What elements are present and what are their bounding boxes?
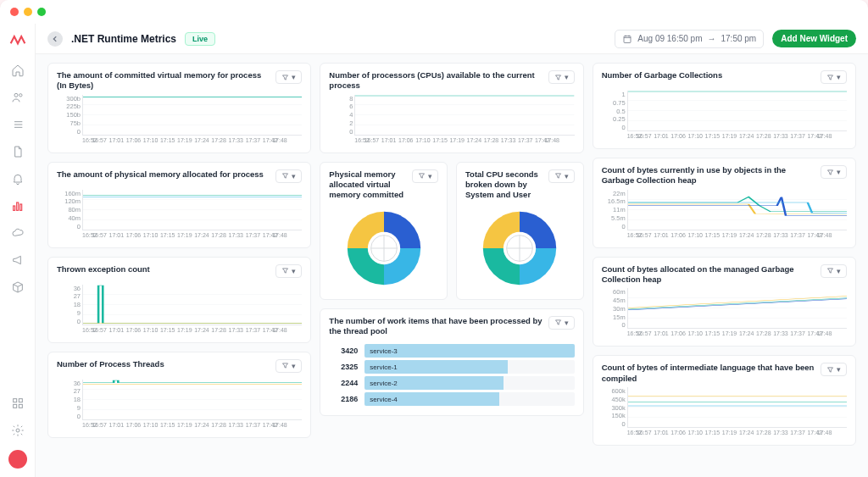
filter-button[interactable]: ▾ [275, 359, 302, 373]
gear-icon[interactable] [10, 423, 25, 438]
svg-rect-13 [624, 36, 631, 42]
cloud-icon[interactable] [10, 225, 25, 241]
chevron-down-icon: ▾ [837, 365, 841, 374]
card-title: Total CPU seconds broken down by System … [465, 169, 543, 201]
bar-value: 3420 [329, 347, 358, 355]
funnel-icon [826, 366, 834, 374]
card-donut-right: Total CPU seconds broken down by System … [456, 162, 584, 300]
filter-button[interactable]: ▾ [412, 169, 438, 183]
card-title: Number of Garbage Collections [602, 70, 815, 80]
filter-button[interactable]: ▾ [821, 165, 847, 179]
bar-value: 2186 [329, 395, 358, 403]
filter-button[interactable]: ▾ [275, 169, 302, 183]
page-header: .NET Runtime Metrics Live Aug 09 16:50 p… [36, 24, 868, 54]
chevron-down-icon: ▾ [837, 73, 841, 81]
svg-rect-8 [13, 399, 16, 402]
chart-phys-mem: 160m120m80m40m0 16:5216:5717:0117:0617:1… [57, 190, 302, 241]
window-min-dot[interactable] [24, 8, 32, 16]
filter-button[interactable]: ▾ [821, 264, 847, 278]
window-close-dot[interactable] [10, 8, 19, 16]
bar-row: 2244service-2 [329, 376, 574, 390]
bar-track: service-1 [364, 360, 574, 374]
window-titlebar [0, 0, 868, 24]
dashboard-content: The amount of committed virtual memory f… [36, 54, 868, 477]
back-button[interactable] [47, 31, 63, 47]
add-widget-button[interactable]: Add New Widget [772, 30, 856, 47]
funnel-icon [554, 74, 562, 81]
svg-rect-6 [16, 202, 18, 210]
filter-button[interactable]: ▾ [548, 316, 575, 330]
filter-button[interactable]: ▾ [275, 70, 302, 84]
chart-gc-inuse: 22m16.5m11m5.5m0 16:5216:5717:0117:0617:… [602, 190, 847, 241]
card-title: The amount of committed virtual memory f… [57, 70, 270, 92]
svg-rect-5 [13, 206, 14, 210]
card-title: The amount of physical memory allocated … [57, 169, 270, 180]
chevron-down-icon: ▾ [292, 362, 296, 370]
bar-fill: service-1 [364, 360, 507, 374]
chart-exceptions: 36271890 16:5216:5717:0117:0617:1017:151… [57, 285, 302, 336]
chevron-down-icon: ▾ [292, 267, 296, 275]
svg-rect-10 [13, 404, 16, 408]
card-threadpool: The number of work items that have been … [320, 308, 583, 417]
chart-icon[interactable] [10, 198, 25, 214]
card-title: Physical memory allocated virtual memory… [329, 169, 407, 201]
card-title: The number of work items that have been … [329, 316, 542, 337]
bar-track: service-4 [364, 392, 574, 406]
card-title: Count of bytes currently in use by objec… [602, 165, 815, 186]
filter-button[interactable]: ▾ [821, 363, 847, 376]
brand-logo[interactable] [9, 32, 26, 51]
filter-button[interactable]: ▾ [548, 169, 575, 183]
funnel-icon [826, 74, 834, 81]
file-icon[interactable] [10, 144, 25, 159]
donut-chart [465, 201, 575, 292]
box-icon[interactable] [10, 280, 25, 295]
funnel-icon [281, 172, 289, 180]
users-icon[interactable] [10, 90, 25, 105]
card-title: Count of bytes allocated on the managed … [602, 264, 815, 286]
main-pane: .NET Runtime Metrics Live Aug 09 16:50 p… [36, 24, 868, 477]
chart-il-bytes: 600k450k300k150k0 16:5216:5717:0117:0617… [602, 387, 847, 438]
donut-chart [329, 201, 438, 292]
filter-button[interactable]: ▾ [821, 70, 847, 84]
chart-committed-vm: 300b225b150b75b0 16:5216:5717:0117:0617:… [57, 95, 302, 146]
page-title: .NET Runtime Metrics [71, 33, 176, 45]
bar-fill: service-3 [364, 344, 574, 358]
card-donut-left: Physical memory allocated virtual memory… [320, 162, 448, 300]
filter-button[interactable]: ▾ [275, 264, 302, 278]
funnel-icon [826, 169, 834, 176]
card-committed-vm: The amount of committed virtual memory f… [47, 63, 311, 153]
chevron-down-icon: ▾ [565, 172, 569, 180]
card-threads: Number of Process Threads ▾ 36271890 16:… [47, 352, 311, 438]
home-icon[interactable] [10, 63, 25, 78]
bar-fill: service-2 [364, 376, 503, 390]
calendar-icon [622, 34, 632, 44]
card-exceptions: Thrown exception count ▾ 36271890 16:521… [47, 257, 311, 343]
card-il-bytes: Count of bytes of intermediate language … [593, 355, 856, 446]
list-icon[interactable] [10, 117, 25, 132]
funnel-icon [826, 267, 834, 275]
card-gc-count: Number of Garbage Collections ▾ 10.750.5… [593, 63, 856, 149]
bell-icon[interactable] [10, 171, 25, 186]
funnel-icon [554, 319, 562, 326]
time-range-picker[interactable]: Aug 09 16:50 pm → 17:50 pm [615, 30, 764, 48]
bar-value: 2244 [329, 379, 358, 387]
megaphone-icon[interactable] [10, 252, 25, 268]
bar-track: service-2 [364, 376, 574, 390]
chevron-down-icon: ▾ [292, 73, 296, 81]
apps-icon[interactable] [10, 396, 25, 411]
card-gc-heap-inuse: Count of bytes currently in use by objec… [593, 158, 856, 248]
funnel-icon [281, 267, 289, 275]
filter-button[interactable]: ▾ [548, 70, 575, 84]
funnel-icon [281, 362, 289, 369]
funnel-icon [418, 172, 426, 180]
avatar[interactable] [8, 450, 27, 469]
time-sep: → [708, 34, 716, 43]
card-title: Number of processors (CPUs) available to… [329, 70, 542, 92]
app-window: .NET Runtime Metrics Live Aug 09 16:50 p… [0, 0, 868, 477]
window-max-dot[interactable] [37, 8, 46, 16]
chevron-down-icon: ▾ [837, 267, 841, 275]
card-title: Thrown exception count [57, 264, 270, 275]
chart-threads: 36271890 16:5216:5717:0117:0617:1017:151… [57, 380, 302, 430]
chevron-down-icon: ▾ [565, 73, 569, 81]
chart-gc-alloc: 60m45m30m15m0 16:5216:5717:0117:0617:101… [602, 288, 847, 339]
